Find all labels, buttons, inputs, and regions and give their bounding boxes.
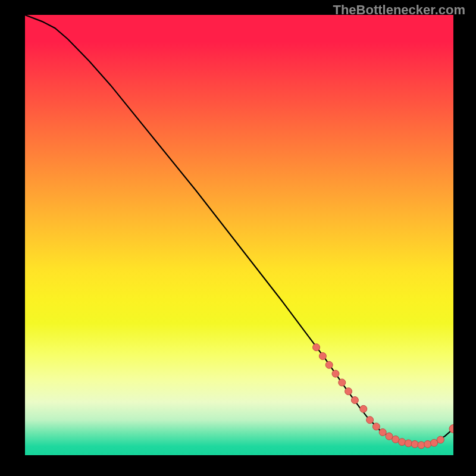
- data-marker: [367, 416, 374, 424]
- data-marker: [418, 441, 425, 449]
- data-marker: [360, 405, 367, 412]
- data-marker: [319, 353, 326, 360]
- bottleneck-curve: [25, 15, 453, 445]
- data-marker: [405, 440, 412, 447]
- data-marker: [313, 344, 320, 351]
- data-marker: [392, 436, 399, 443]
- data-marker: [345, 388, 352, 395]
- watermark-text: TheBottlenecker.com: [333, 2, 465, 18]
- plot-area: [25, 15, 453, 455]
- data-marker: [379, 429, 386, 436]
- data-marker: [399, 439, 406, 446]
- chart-overlay: [25, 15, 453, 455]
- data-marker: [431, 439, 438, 446]
- data-marker: [437, 436, 444, 443]
- data-markers: [313, 344, 453, 449]
- chart-container: TheBottlenecker.com: [0, 0, 476, 476]
- data-marker: [351, 397, 358, 404]
- data-marker: [332, 370, 339, 377]
- data-marker: [411, 441, 418, 448]
- data-marker: [339, 379, 346, 386]
- data-marker: [372, 423, 380, 430]
- data-marker: [386, 433, 393, 440]
- data-marker: [424, 441, 431, 448]
- data-marker: [325, 361, 333, 368]
